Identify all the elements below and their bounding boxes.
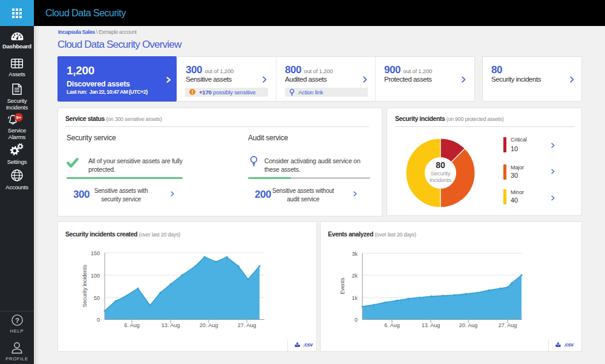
- svg-text:9+: 9+: [16, 115, 22, 120]
- svg-text:13. Aug: 13. Aug: [422, 322, 440, 328]
- svg-text:?: ?: [15, 317, 19, 324]
- svg-text:20. Aug: 20. Aug: [459, 322, 478, 328]
- svg-text:Security incidents: Security incidents: [82, 264, 88, 307]
- svg-text:Events: Events: [339, 278, 345, 294]
- svg-text:27. Aug: 27. Aug: [238, 322, 257, 328]
- svg-text:20. Aug: 20. Aug: [200, 322, 218, 328]
- svg-text:1k: 1k: [352, 295, 358, 301]
- svg-text:6. Aug: 6. Aug: [124, 322, 140, 328]
- svg-text:100: 100: [91, 273, 100, 279]
- svg-text:27. Aug: 27. Aug: [499, 322, 517, 328]
- svg-text:6. Aug: 6. Aug: [384, 322, 400, 328]
- svg-text:0: 0: [97, 317, 100, 323]
- svg-text:150: 150: [91, 250, 100, 256]
- svg-text:0: 0: [355, 317, 358, 323]
- svg-text:13. Aug: 13. Aug: [162, 322, 180, 328]
- svg-text:50: 50: [94, 295, 100, 301]
- svg-text:3k: 3k: [352, 251, 358, 257]
- svg-text:2k: 2k: [352, 273, 358, 279]
